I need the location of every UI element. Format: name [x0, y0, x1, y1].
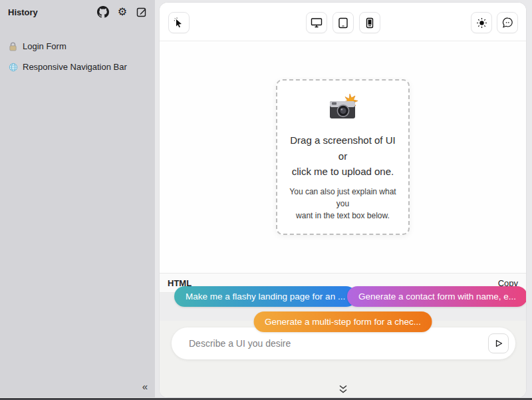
collapse-sidebar-button[interactable]: « — [140, 379, 150, 393]
screenshot-upload-dropzone[interactable]: Drag a screenshot of UI or click me to u… — [276, 79, 410, 235]
feedback-chat-icon[interactable] — [497, 12, 518, 33]
settings-gear-icon[interactable]: ⚙ — [116, 5, 129, 19]
preview-toolbar — [160, 3, 526, 41]
history-title: History — [8, 7, 38, 17]
history-item-label: Login Form — [23, 41, 66, 51]
camera-flash-icon — [285, 94, 400, 124]
composer-section — [160, 321, 526, 397]
new-chat-icon[interactable] — [135, 5, 148, 19]
history-item-login-form[interactable]: Login Form — [0, 36, 155, 57]
sidebar-header: History ⚙ — [0, 0, 155, 24]
suggestion-pill-multi-step-form[interactable]: Generate a multi-step form for a chec... — [253, 311, 432, 332]
prompt-input[interactable] — [189, 338, 488, 349]
upload-instruction: Drag a screenshot of UI or click me to u… — [285, 132, 400, 179]
desktop-view-button[interactable] — [306, 12, 327, 33]
suggestion-pill-landing-page[interactable]: Make me a flashy landing page for an ... — [174, 286, 356, 307]
mobile-view-button[interactable] — [359, 12, 380, 33]
history-item-label: Responsive Navigation Bar — [23, 62, 127, 72]
tablet-view-button[interactable] — [332, 12, 354, 33]
upload-hint: You can also just explain what you want … — [285, 186, 400, 222]
github-icon[interactable] — [96, 5, 110, 19]
history-item-responsive-navigation-bar[interactable]: Responsive Navigation Bar — [0, 57, 155, 77]
history-sidebar: History ⚙ Login Form Responsive Navigati… — [0, 0, 155, 397]
lock-icon — [8, 41, 18, 51]
collapse-composer-chevron-icon[interactable] — [338, 385, 348, 394]
prompt-bar — [172, 327, 515, 359]
suggestion-pill-contact-form[interactable]: Generate a contact form with name, e... — [347, 286, 526, 307]
device-size-group — [306, 12, 380, 33]
main-panel: Drag a screenshot of UI or click me to u… — [160, 3, 526, 397]
theme-toggle-sun-icon[interactable] — [471, 12, 492, 33]
send-button[interactable] — [488, 333, 509, 353]
globe-icon — [8, 62, 18, 72]
select-element-cursor-button[interactable] — [168, 12, 190, 33]
preview-area: Drag a screenshot of UI or click me to u… — [160, 41, 526, 273]
history-list: Login Form Responsive Navigation Bar — [0, 36, 155, 77]
